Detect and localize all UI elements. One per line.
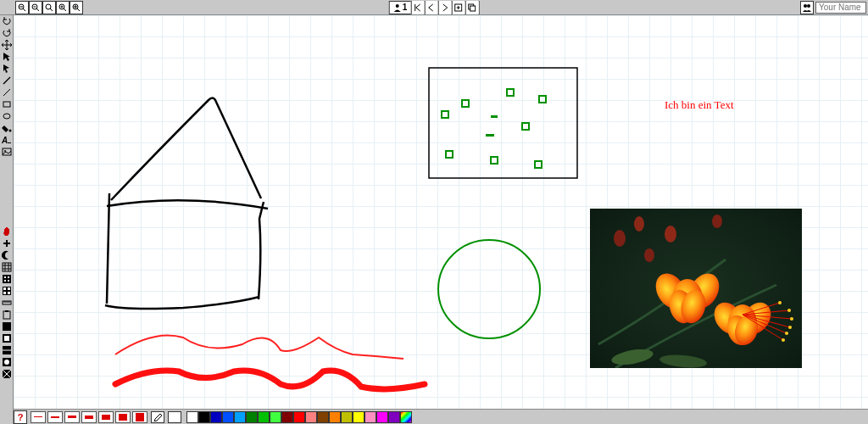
green-sq-7 [491, 157, 498, 164]
color-swatch-17[interactable] [388, 411, 400, 423]
add-tool[interactable] [0, 237, 14, 249]
rulers-toggle[interactable] [0, 297, 14, 309]
stroke-width-6[interactable] [115, 411, 131, 423]
eyedropper-button[interactable] [151, 411, 164, 423]
svg-rect-45 [4, 280, 6, 282]
svg-point-73 [665, 226, 676, 243]
svg-point-96 [778, 301, 782, 304]
page-controls: 1 [389, 1, 480, 14]
image-object[interactable] [590, 209, 802, 368]
page-first-button[interactable] [410, 1, 424, 14]
svg-rect-44 [8, 276, 9, 278]
stroke-width-7[interactable] [132, 411, 147, 423]
help-button[interactable]: ? [14, 410, 27, 424]
stroke-width-3[interactable] [64, 411, 80, 423]
zoom-out-full-button[interactable] [15, 1, 29, 14]
color-swatch-5[interactable] [246, 411, 258, 423]
zoom-in-full-button[interactable] [70, 1, 83, 14]
svg-rect-22 [470, 6, 476, 11]
view-option-a[interactable] [0, 273, 14, 285]
layer-tool-e[interactable] [0, 368, 14, 380]
page-next-button[interactable] [437, 1, 451, 14]
bucket-tool[interactable] [0, 122, 14, 134]
text-tool[interactable]: A [0, 134, 14, 146]
layer-tool-d[interactable] [0, 356, 14, 368]
user-name-group [800, 1, 866, 14]
clipboard-tool[interactable] [0, 309, 14, 321]
svg-point-93 [788, 326, 792, 329]
svg-point-29 [3, 114, 10, 119]
svg-rect-49 [8, 287, 10, 290]
dark-mode-toggle[interactable] [0, 249, 14, 261]
green-sq-4 [539, 96, 546, 103]
color-swatch-8[interactable] [281, 411, 293, 423]
gradient-swatch[interactable] [400, 411, 412, 423]
text-object[interactable]: Ich bin ein Text [665, 98, 734, 112]
svg-rect-28 [3, 102, 10, 107]
view-option-b[interactable] [0, 285, 14, 297]
rect-tool[interactable] [0, 98, 14, 110]
color-swatch-3[interactable] [222, 411, 234, 423]
circle-object [438, 240, 540, 338]
house-right-wall-stroke [259, 202, 264, 299]
zoom-in-button[interactable] [56, 1, 70, 14]
hand-tool[interactable] [0, 226, 14, 237]
select-tool[interactable] [0, 51, 14, 63]
color-swatch-16[interactable] [376, 411, 388, 423]
pointer-tool[interactable] [0, 63, 14, 75]
stroke-width-2[interactable] [47, 411, 63, 423]
stroke-width-1[interactable] [31, 411, 46, 423]
image-tool[interactable] [0, 146, 14, 158]
pages-overview-button[interactable] [465, 1, 478, 14]
svg-text:A: A [2, 136, 8, 145]
page-add-button[interactable] [451, 1, 465, 14]
layer-tool-a[interactable] [0, 321, 14, 332]
svg-rect-48 [3, 287, 6, 290]
bottom-toolbar: ? [14, 409, 868, 424]
green-sq-8 [535, 161, 542, 168]
color-swatch-7[interactable] [270, 411, 281, 423]
color-swatch-10[interactable] [305, 411, 317, 423]
color-swatch-13[interactable] [341, 411, 353, 423]
green-dash-2 [491, 115, 498, 118]
svg-point-23 [804, 4, 807, 8]
color-swatch-11[interactable] [317, 411, 329, 423]
svg-rect-59 [3, 322, 11, 331]
users-icon[interactable] [800, 1, 814, 14]
ellipse-tool[interactable] [0, 110, 14, 122]
pen-tool[interactable] [0, 75, 14, 86]
layer-tool-b[interactable] [0, 332, 14, 344]
svg-point-16 [396, 4, 399, 8]
color-swatch-0[interactable] [186, 411, 198, 423]
grid-toggle[interactable] [0, 261, 14, 273]
red-thick-stroke [115, 371, 425, 389]
svg-rect-61 [4, 336, 9, 341]
zoom-fit-button[interactable] [42, 1, 56, 14]
drawing-canvas[interactable]: Ich bin ein Text [14, 15, 868, 409]
zoom-out-button[interactable] [29, 1, 42, 14]
color-swatch-9[interactable] [293, 411, 305, 423]
svg-rect-50 [3, 292, 6, 294]
color-swatch-2[interactable] [210, 411, 222, 423]
line-tool[interactable] [0, 86, 14, 98]
color-swatch-15[interactable] [364, 411, 376, 423]
stroke-width-4[interactable] [81, 411, 97, 423]
svg-point-30 [9, 130, 12, 132]
current-color-swatch[interactable] [168, 411, 181, 423]
color-swatch-12[interactable] [329, 411, 341, 423]
move-tool[interactable] [0, 39, 14, 51]
page-prev-button[interactable] [424, 1, 437, 14]
color-swatch-14[interactable] [353, 411, 364, 423]
undo-button[interactable] [0, 15, 14, 27]
svg-line-4 [36, 8, 39, 11]
toolbar-spacer [0, 158, 13, 226]
user-name-input[interactable] [815, 2, 866, 14]
color-swatch-1[interactable] [198, 411, 210, 423]
green-dash-1 [486, 134, 494, 137]
color-swatch-6[interactable] [258, 411, 270, 423]
color-swatch-4[interactable] [234, 411, 246, 423]
redo-button[interactable] [0, 27, 14, 39]
svg-rect-57 [3, 311, 10, 319]
stroke-width-5[interactable] [98, 411, 114, 423]
layer-tool-c[interactable] [0, 344, 14, 356]
